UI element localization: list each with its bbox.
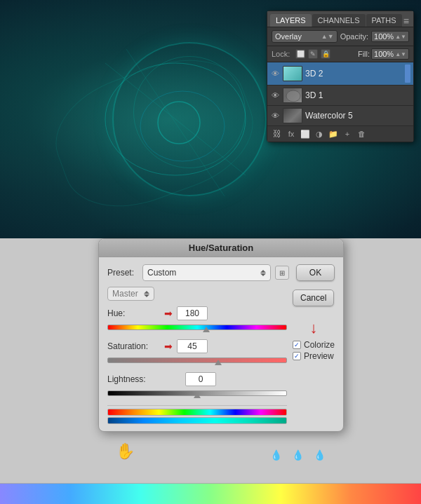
lock-pixels-icon[interactable]: ⬜ bbox=[295, 49, 305, 59]
rainbow-bar bbox=[107, 409, 287, 416]
blend-mode-value: Overlay bbox=[275, 32, 302, 41]
saturation-label-row: Saturation: ➡ bbox=[107, 339, 287, 353]
layer-name-3d1: 3D 1 bbox=[305, 90, 410, 100]
opacity-arrow[interactable]: ▲▼ bbox=[395, 34, 406, 40]
cancel-button[interactable]: Cancel bbox=[293, 290, 334, 306]
opacity-value[interactable]: 100% bbox=[374, 32, 394, 41]
lock-row: Lock: ⬜ ✎ 🔒 Fill: 100% ▲▼ bbox=[267, 46, 413, 62]
hue-label-row: Hue: ➡ bbox=[107, 306, 287, 320]
blend-mode-row: Overlay ▲▼ Opacity: 100% ▲▼ bbox=[267, 27, 413, 46]
layer-name-watercolor5: Watercolor 5 bbox=[305, 111, 410, 121]
arrow-down-red: ↓ bbox=[293, 319, 335, 337]
bottom-color-bar bbox=[0, 483, 421, 504]
tab-channels[interactable]: CHANNELS bbox=[312, 14, 366, 27]
saturation-track[interactable] bbox=[107, 357, 287, 363]
result-bar bbox=[107, 417, 287, 424]
layers-action-bar: ⛓ fx ⬜ ◑ 📁 + 🗑 bbox=[267, 126, 413, 142]
preset-label: Preset: bbox=[107, 268, 138, 278]
layer-item-watercolor5[interactable]: 👁 Watercolor 5 bbox=[267, 106, 413, 126]
eyedropper-icon-1[interactable]: 💧 bbox=[270, 449, 282, 461]
colorize-section: ↓ ✓ Colorize ✓ Preview bbox=[293, 319, 335, 362]
layer-new-icon[interactable]: + bbox=[342, 128, 353, 139]
hue-track[interactable] bbox=[107, 325, 287, 330]
lightness-label-row: Lightness: bbox=[107, 372, 287, 386]
dialog-title: Hue/Saturation bbox=[99, 239, 343, 257]
layer-fx-icon[interactable]: fx bbox=[286, 128, 297, 139]
lightness-slider-row: Lightness: bbox=[107, 372, 287, 398]
hue-track-wrap bbox=[107, 322, 287, 332]
layer-eye-watercolor5[interactable]: 👁 bbox=[270, 111, 280, 121]
layer-eye-3d1[interactable]: 👁 bbox=[270, 90, 280, 100]
eyedropper-icon-2[interactable]: 💧 bbox=[292, 449, 304, 461]
hue-arrow-icon: ➡ bbox=[164, 308, 173, 319]
layer-link-icon[interactable]: ⛓ bbox=[272, 128, 283, 139]
layer-eye-3d2[interactable]: 👁 bbox=[270, 69, 280, 79]
colorize-checkbox[interactable]: ✓ bbox=[293, 341, 301, 349]
saturation-track-wrap bbox=[107, 355, 287, 365]
eyedroppers-area: 💧 💧 💧 bbox=[270, 449, 326, 461]
colorize-row: ✓ Colorize bbox=[293, 340, 335, 350]
hue-label: Hue: bbox=[107, 308, 160, 318]
slider-area: Master Hue: ➡ bbox=[107, 287, 287, 425]
opacity-label: Opacity: bbox=[340, 32, 368, 41]
preset-row: Preset: Custom ⊞ OK bbox=[107, 264, 335, 281]
ok-button[interactable]: OK bbox=[296, 264, 335, 281]
channel-row: Master bbox=[107, 287, 287, 301]
saturation-label: Saturation: bbox=[107, 341, 160, 351]
preset-arrows bbox=[260, 270, 266, 276]
fill-group: Fill: 100% ▲▼ bbox=[358, 48, 409, 60]
layer-item-3d1[interactable]: 👁 3D 1 bbox=[267, 86, 413, 106]
preset-options-icon[interactable]: ⊞ bbox=[275, 266, 289, 280]
saturation-slider-row: Saturation: ➡ bbox=[107, 339, 287, 365]
preview-checkbox[interactable]: ✓ bbox=[293, 352, 301, 360]
preset-value: Custom bbox=[147, 268, 176, 278]
layer-group-icon[interactable]: 📁 bbox=[328, 128, 339, 139]
lock-position-icon[interactable]: ✎ bbox=[308, 49, 318, 59]
layer-thumb-3d2 bbox=[283, 66, 302, 81]
layer-thumb-watercolor5 bbox=[283, 108, 302, 123]
saturation-thumb[interactable] bbox=[215, 360, 222, 365]
lightness-thumb[interactable] bbox=[194, 393, 201, 398]
preview-row: ✓ Preview bbox=[293, 351, 335, 361]
panel-menu-icon[interactable]: ≡ bbox=[403, 15, 409, 27]
layer-mask-icon[interactable]: ⬜ bbox=[300, 128, 311, 139]
blend-mode-arrow[interactable]: ▲▼ bbox=[321, 33, 334, 40]
lock-label: Lock: bbox=[272, 50, 290, 58]
preview-label: Preview bbox=[304, 351, 334, 361]
fill-value[interactable]: 100% bbox=[374, 50, 394, 58]
channel-select[interactable]: Master bbox=[107, 287, 154, 301]
fill-label: Fill: bbox=[358, 50, 370, 58]
layers-tab-bar: LAYERS CHANNELS PATHS ≡ bbox=[267, 11, 413, 27]
tab-layers[interactable]: LAYERS bbox=[270, 14, 312, 27]
channel-arrows bbox=[144, 291, 149, 297]
right-buttons: Cancel ↓ ✓ Colorize ✓ Preview bbox=[293, 287, 335, 425]
color-preview-bars bbox=[107, 405, 287, 424]
fill-arrow[interactable]: ▲▼ bbox=[395, 51, 406, 57]
layer-name-3d2: 3D 2 bbox=[305, 69, 402, 79]
lightness-track[interactable] bbox=[107, 390, 287, 396]
svg-point-4 bbox=[158, 102, 200, 144]
hue-thumb[interactable] bbox=[203, 327, 210, 332]
layer-item-3d2[interactable]: 👁 3D 2 bbox=[267, 62, 413, 86]
dialog-content: Master Hue: ➡ bbox=[107, 287, 335, 425]
tab-paths[interactable]: PATHS bbox=[366, 14, 402, 27]
hue-value-input[interactable] bbox=[177, 306, 208, 320]
hand-tool-icon[interactable]: ✋ bbox=[116, 442, 135, 461]
layer-adjustment-icon[interactable]: ◑ bbox=[314, 128, 325, 139]
colorize-label: Colorize bbox=[304, 340, 335, 350]
preset-select[interactable]: Custom bbox=[142, 264, 271, 281]
art-lines bbox=[70, 35, 281, 210]
lock-all-icon[interactable]: 🔒 bbox=[321, 49, 330, 59]
lightness-label: Lightness: bbox=[107, 374, 160, 384]
layer-delete-icon[interactable]: 🗑 bbox=[356, 128, 367, 139]
eyedropper-icon-3[interactable]: 💧 bbox=[314, 449, 326, 461]
channel-value: Master bbox=[112, 289, 138, 299]
dialog-body: Preset: Custom ⊞ OK Master bbox=[99, 257, 343, 431]
layer-thumb-3d1 bbox=[283, 88, 302, 103]
saturation-value-input[interactable] bbox=[177, 339, 208, 353]
hue-saturation-dialog: Hue/Saturation Preset: Custom ⊞ OK bbox=[98, 238, 344, 432]
lightness-value-input[interactable] bbox=[185, 372, 216, 386]
hue-slider-row: Hue: ➡ bbox=[107, 306, 287, 332]
svg-point-5 bbox=[286, 90, 300, 102]
saturation-arrow-icon: ➡ bbox=[164, 341, 173, 352]
